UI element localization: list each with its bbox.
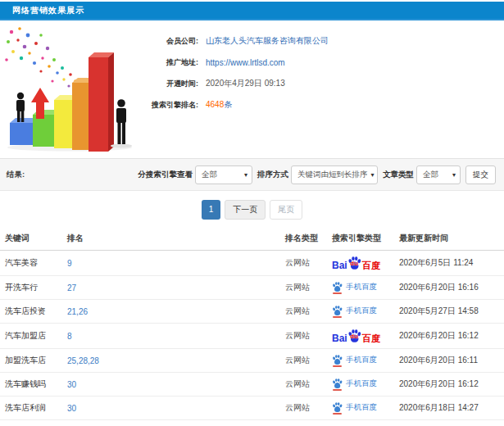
rank-type-cell: 云网站 — [284, 420, 330, 426]
baidu-cn-text: 百度 — [362, 261, 380, 270]
promo-url-link[interactable]: https://www.lrtlsd.com — [206, 58, 285, 67]
rank-link[interactable]: 25,28,28 — [67, 356, 99, 365]
growth-chart-graphic — [0, 24, 148, 153]
table-row: 汽车加盟店8云网站Baidu百度2020年6月20日 16:12 — [0, 324, 504, 349]
keyword-cell: 洗车店加盟 — [0, 420, 66, 426]
engine-type-cell: Baidu百度 — [330, 324, 397, 349]
baidu-paw: du — [347, 329, 361, 343]
update-time-cell: 2020年6月20日 16:16 — [397, 276, 504, 300]
table-row: 洗车赚钱吗30云网站手机百度2020年6月20日 16:12 — [0, 373, 504, 397]
caret-down-icon: ▾ — [371, 171, 375, 179]
engine-type-cell: 手机百度 — [330, 300, 397, 324]
update-time-cell: 2020年6月18日 14:27 — [397, 397, 504, 420]
rank-link[interactable]: 9 — [67, 259, 72, 268]
rank-type-cell: 云网站 — [284, 373, 330, 397]
rank-type-cell: 云网站 — [284, 324, 330, 349]
mobile-baidu-logo: 手机百度 — [332, 355, 377, 365]
rank-cell: 30 — [66, 373, 284, 397]
mobile-baidu-text: 手机百度 — [346, 403, 377, 411]
keyword-cell: 汽车加盟店 — [0, 324, 66, 349]
mobile-baidu-underline — [333, 413, 342, 415]
page-1-button[interactable]: 1 — [202, 200, 221, 220]
result-label: 结果: — [7, 170, 25, 180]
page-title: 网络营销效果展示 — [0, 5, 84, 16]
keyword-cell: 洗车店投资 — [0, 300, 66, 324]
mobile-baidu-logo: 手机百度 — [332, 402, 377, 413]
open-time-label: 开通时间: — [148, 79, 198, 89]
rank-link[interactable]: 21,26 — [67, 307, 88, 316]
update-time-cell: 2020年6月20日 16:12 — [397, 324, 504, 349]
businessman-right — [116, 99, 126, 144]
mobile-baidu-logo: 手机百度 — [332, 282, 377, 292]
member-company-field: 会员公司: 山东老人头汽车服务咨询有限公司 — [148, 30, 329, 52]
baidu-logo: Baidu百度 — [332, 329, 380, 343]
rank-cell: 25,28,28 — [66, 349, 284, 373]
next-page-button[interactable]: 下一页 — [225, 200, 266, 220]
mobile-baidu-paw — [332, 355, 343, 365]
table-row: 开洗车行27云网站手机百度2020年6月20日 16:16 — [0, 276, 504, 300]
baidu-bai-text: Bai — [332, 261, 347, 270]
rank-link[interactable]: 30 — [67, 404, 76, 413]
rank-cell: 27 — [66, 276, 284, 300]
engine-type-cell: Baidu百度 — [330, 251, 397, 276]
sort-select-value: 关键词由短到长排序 — [297, 170, 368, 180]
caret-down-icon: ▾ — [452, 171, 456, 179]
engine-type-cell: 手机百度 — [330, 373, 397, 397]
engine-rank-value: 4648条 — [206, 99, 232, 111]
mobile-baidu-text: 手机百度 — [346, 306, 377, 315]
keyword-ranking-table: 关键词 排名 排名类型 搜索引擎类型 最新更新时间 汽车美容9云网站Baidu百… — [0, 227, 504, 426]
bar-red — [89, 52, 114, 152]
titlebar: 网络营销效果展示 — [0, 2, 504, 20]
engine-type-cell: 手机百度 — [330, 349, 397, 373]
engine-type-cell: Baidu百度 — [330, 420, 397, 426]
mobile-baidu-paw — [332, 282, 343, 292]
member-info-panel: 会员公司: 山东老人头汽车服务咨询有限公司 推广地址: https://www.… — [148, 20, 329, 158]
update-time-cell: 2020年6月20日 16:12 — [397, 373, 504, 397]
engine-filter-label: 分搜索引擎查看 — [138, 170, 193, 180]
baidu-paw-icon — [332, 378, 343, 389]
rank-link[interactable]: 30 — [67, 380, 76, 389]
rank-type-cell: 云网站 — [284, 276, 330, 300]
article-type-select[interactable]: 全部 ▾ — [416, 165, 461, 184]
rank-link[interactable]: 8 — [67, 332, 72, 341]
mobile-baidu-underline — [333, 316, 342, 318]
engine-rank-unit: 条 — [224, 100, 232, 109]
baidu-paw-icon — [332, 306, 343, 316]
engine-select[interactable]: 全部 ▾ — [195, 165, 252, 184]
info-section: 会员公司: 山东老人头汽车服务咨询有限公司 推广地址: https://www.… — [0, 20, 504, 158]
submit-button[interactable]: 提交 — [465, 165, 496, 184]
keyword-cell: 加盟洗车店 — [0, 349, 66, 373]
rank-cell: 8 — [66, 324, 284, 349]
baidu-du-text: du — [350, 333, 358, 340]
open-time-field: 开通时间: 2020年4月29日 09:13 — [148, 73, 329, 94]
update-time-cell: 2020年6月5日 11:24 — [397, 251, 504, 276]
rank-link[interactable]: 27 — [67, 283, 76, 292]
sort-select[interactable]: 关键词由短到长排序 ▾ — [291, 165, 378, 184]
mobile-baidu-text: 手机百度 — [346, 356, 377, 364]
member-company-link[interactable]: 山东老人头汽车服务咨询有限公司 — [206, 35, 329, 47]
last-page-button[interactable]: 尾页 — [270, 200, 302, 220]
keyword-cell: 开洗车行 — [0, 276, 66, 300]
baidu-bai-text: Bai — [332, 333, 347, 343]
promo-url-label: 推广地址: — [148, 57, 198, 68]
growth-bar-chart-illustration — [0, 20, 148, 155]
engine-rank-label: 搜索引擎排名: — [148, 100, 198, 111]
mobile-baidu-logo: 手机百度 — [332, 306, 377, 316]
engine-select-value: 全部 — [202, 170, 217, 180]
filter-controls: 分搜索引擎查看 全部 ▾ 排序方式 关键词由短到长排序 ▾ 文章类型 全部 ▾ … — [134, 165, 497, 184]
businessman-left — [16, 93, 25, 122]
rank-type-cell: 云网站 — [284, 349, 330, 373]
table-row: 汽车美容9云网站Baidu百度2020年6月5日 11:24 — [0, 251, 504, 276]
table-row: 洗车店加盟3云网站Baidu百度2020年6月18日 14:30 — [0, 420, 504, 426]
keyword-cell: 洗车店利润 — [0, 397, 66, 420]
mobile-baidu-text: 手机百度 — [346, 379, 377, 387]
mobile-baidu-underline — [333, 292, 342, 294]
mobile-baidu-paw — [332, 306, 343, 316]
rank-cell: 9 — [66, 251, 284, 276]
rank-type-cell: 云网站 — [284, 397, 330, 420]
engine-rank-count: 4648 — [206, 100, 224, 109]
baidu-du-text: du — [350, 261, 358, 267]
baidu-paw-icon — [332, 355, 343, 365]
header-rank-type: 排名类型 — [284, 227, 330, 251]
member-company-label: 会员公司: — [148, 36, 198, 47]
